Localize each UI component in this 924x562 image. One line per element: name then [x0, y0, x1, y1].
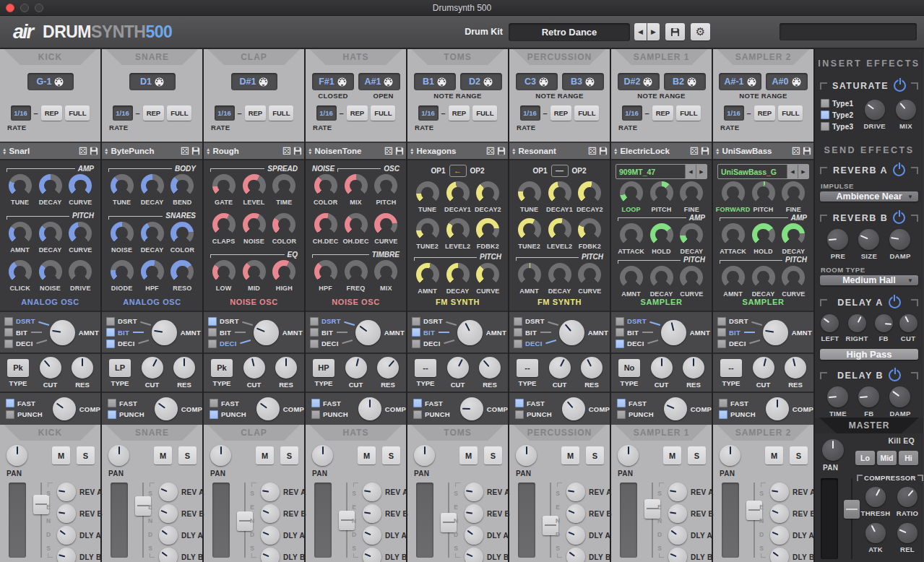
send-knob-rev-a[interactable] [363, 483, 381, 501]
knob-size[interactable] [858, 229, 879, 250]
knob-decay[interactable] [141, 174, 164, 197]
randomize-dice-icon[interactable]: ⚄ [181, 146, 189, 156]
solo-button[interactable]: S [77, 446, 95, 464]
knob-curve[interactable] [374, 213, 397, 236]
save-preset-button[interactable] [701, 147, 709, 155]
send-knob-rev-b[interactable] [57, 504, 76, 523]
send-knob-dly-b[interactable] [159, 548, 178, 562]
send-knob-dly-b[interactable] [363, 548, 381, 562]
punch-checkbox[interactable] [210, 410, 218, 419]
randomize-dice-icon[interactable]: ⚄ [384, 146, 393, 156]
distortion-checkbox[interactable] [717, 317, 726, 326]
knob-fine[interactable] [680, 181, 703, 204]
send-knob-dly-b[interactable] [465, 548, 483, 562]
save-preset-icon[interactable] [191, 147, 200, 155]
knob-res[interactable] [275, 357, 297, 379]
send-knob-rev-b[interactable] [668, 504, 687, 523]
saturate-type-checkbox[interactable] [821, 122, 829, 131]
knob-fdbk2[interactable] [476, 218, 499, 241]
distortion-checkbox[interactable] [208, 328, 217, 337]
knob-noise[interactable] [243, 213, 266, 236]
fast-checkbox[interactable] [515, 399, 524, 407]
save-preset-icon[interactable] [293, 147, 302, 155]
knob-decay[interactable] [650, 266, 673, 289]
knob-oh.dec[interactable] [345, 213, 368, 236]
kill-eq-hi-button[interactable]: Hi [899, 451, 918, 465]
mute-button[interactable]: M [663, 446, 681, 464]
knob-cut[interactable] [899, 314, 917, 332]
kill-eq-mid-button[interactable]: Mid [877, 451, 897, 465]
knob-cut[interactable] [753, 357, 774, 379]
knob-decay[interactable] [39, 222, 62, 245]
impulse-dropdown[interactable]: Ambience Near▼ [820, 191, 918, 202]
knob-hpf[interactable] [141, 260, 164, 283]
randomize-dice-icon[interactable]: ⚄ [486, 146, 495, 156]
knob-amnt[interactable] [254, 320, 279, 345]
note-assign-button[interactable]: B1 [414, 73, 456, 90]
fast-checkbox[interactable] [6, 399, 14, 407]
full-button[interactable]: FULL [269, 105, 293, 121]
distortion-checkbox[interactable] [616, 340, 624, 348]
punch-checkbox[interactable] [108, 410, 116, 419]
full-button[interactable]: FULL [778, 105, 803, 121]
knob-color[interactable] [272, 213, 295, 236]
distortion-checkbox[interactable] [717, 340, 726, 348]
knob-amnt[interactable] [661, 320, 686, 345]
pan-knob[interactable] [516, 445, 537, 466]
send-knob-rev-b[interactable] [566, 504, 585, 523]
sample-prev-button[interactable]: ◀ [787, 165, 798, 178]
filter-type-button[interactable]: LP [109, 359, 131, 377]
preset-stepper[interactable]: ▲▼ [410, 147, 414, 155]
knob-level2[interactable] [548, 218, 571, 241]
master-knob-atk[interactable] [865, 523, 886, 543]
knob-amnt[interactable] [9, 222, 32, 245]
note-assign-button[interactable]: A#-1 [719, 73, 761, 90]
knob-fb[interactable] [858, 386, 879, 407]
punch-checkbox[interactable] [719, 410, 727, 419]
knob-ch.dec[interactable] [314, 213, 337, 236]
pan-knob[interactable] [210, 445, 231, 466]
send-knob-rev-b[interactable] [159, 504, 178, 523]
knob-pitch[interactable] [374, 174, 397, 197]
knob-cut[interactable] [40, 357, 61, 379]
pan-knob[interactable] [618, 445, 639, 466]
knob-comp[interactable] [664, 397, 687, 420]
fast-checkbox[interactable] [311, 399, 320, 407]
knob-decay1[interactable] [446, 181, 470, 204]
knob-res[interactable] [683, 357, 704, 379]
send-knob-rev-a[interactable] [566, 483, 585, 501]
pan-knob[interactable] [108, 445, 129, 466]
master-fader-handle[interactable] [844, 500, 860, 519]
send-knob-dly-b[interactable] [57, 548, 76, 562]
repeat-button[interactable]: REP [652, 105, 674, 121]
save-preset-button[interactable] [497, 147, 506, 155]
repeat-button[interactable]: REP [347, 105, 368, 121]
preset-stepper[interactable]: ▲▼ [2, 147, 7, 155]
note-assign-button[interactable]: D#1 [231, 73, 277, 90]
send-knob-dly-b[interactable] [261, 548, 280, 562]
mute-button[interactable]: M [52, 446, 70, 464]
knob-amnt[interactable] [416, 263, 439, 286]
send-knob-dly-a[interactable] [363, 526, 381, 545]
send-knob-dly-a[interactable] [465, 526, 483, 545]
save-preset-icon[interactable] [497, 147, 506, 155]
save-preset-button[interactable] [395, 147, 404, 155]
knob-fine[interactable] [782, 181, 805, 204]
note-assign-button[interactable]: D#2 [618, 73, 660, 90]
op-routing-button[interactable]: — [551, 165, 569, 177]
rate-value-display[interactable]: 1/16 [418, 105, 439, 121]
knob-drive[interactable] [69, 260, 92, 283]
distortion-checkbox[interactable] [616, 317, 624, 326]
save-preset-button[interactable] [191, 147, 200, 155]
op-routing-button[interactable]: ← [449, 165, 467, 177]
repeat-button[interactable]: REP [245, 105, 267, 121]
knob-high[interactable] [272, 260, 295, 283]
knob-left[interactable] [821, 314, 839, 332]
fader-track[interactable] [40, 483, 42, 558]
save-preset-button[interactable] [599, 147, 608, 155]
randomize-dice-icon[interactable]: ⚄ [282, 146, 291, 156]
knob-tune2[interactable] [416, 218, 439, 241]
knob-res[interactable] [479, 357, 501, 379]
send-knob-dly-a[interactable] [566, 526, 585, 545]
knob-tune[interactable] [518, 181, 541, 204]
